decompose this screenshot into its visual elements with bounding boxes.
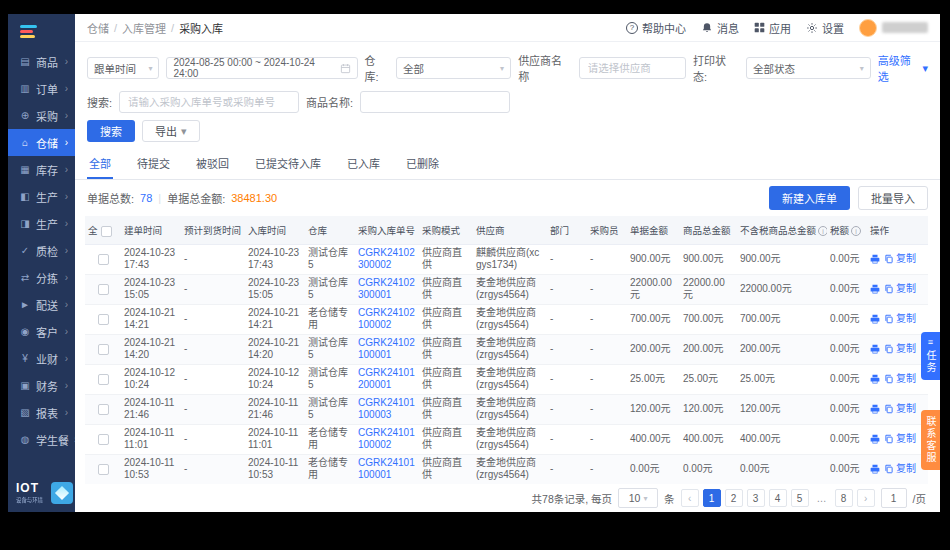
copy-button[interactable]: 复制 xyxy=(884,343,916,356)
supplier-input[interactable] xyxy=(586,61,679,75)
sidebar-item-purchase[interactable]: ⊕采购› xyxy=(8,102,75,129)
sidebar-item-inventory[interactable]: ▦库存› xyxy=(8,156,75,183)
sidebar-item-reports[interactable]: ▧报表› xyxy=(8,399,75,426)
cell-warehouse: 测试仓库5 xyxy=(305,334,355,364)
row-checkbox[interactable] xyxy=(98,464,109,475)
help-center-button[interactable]: ? 帮助中心 xyxy=(626,20,686,36)
page-button[interactable]: 5 xyxy=(791,489,809,507)
cell-actions: 复制 xyxy=(867,454,928,484)
page-button[interactable]: 4 xyxy=(769,489,787,507)
cell-actions: 复制 xyxy=(867,334,928,364)
cell-actions: 复制 xyxy=(867,304,928,334)
cell-buyer: - xyxy=(587,424,627,454)
cell-buyer: - xyxy=(587,244,627,274)
row-checkbox[interactable] xyxy=(98,434,109,445)
export-button[interactable]: 导出▾ xyxy=(142,120,200,142)
tab-2[interactable]: 被驳回 xyxy=(194,151,231,179)
copy-button[interactable]: 复制 xyxy=(884,373,916,386)
print-icon[interactable] xyxy=(870,284,880,294)
search-button[interactable]: 搜索 xyxy=(87,120,135,142)
warehouse-select[interactable]: 全部▾ xyxy=(396,57,511,79)
order-search-input[interactable] xyxy=(126,95,292,109)
page-button[interactable]: 1 xyxy=(703,489,721,507)
copy-button[interactable]: 复制 xyxy=(884,283,916,296)
tab-0[interactable]: 全部 xyxy=(87,151,113,179)
date-range-picker[interactable]: 2024-08-25 00:00 ~ 2024-10-24 24:00 xyxy=(166,57,357,79)
customer-service-float-button[interactable]: 联系客服 xyxy=(921,410,940,470)
row-checkbox[interactable] xyxy=(98,314,109,325)
new-inbound-button[interactable]: 新建入库单 xyxy=(769,186,850,210)
sidebar-item-sorting[interactable]: ⇄分拣› xyxy=(8,264,75,291)
page-button[interactable]: 8 xyxy=(835,489,853,507)
settings-button[interactable]: 设置 xyxy=(806,20,844,36)
column-header: 供应商 xyxy=(473,216,547,244)
page-size-select[interactable]: 10▾ xyxy=(618,488,658,508)
sidebar-item-production-1[interactable]: ◧生产› xyxy=(8,183,75,210)
order-number-link[interactable]: CGRK24101100001 xyxy=(358,457,415,481)
sidebar-item-finance[interactable]: ▣财务› xyxy=(8,372,75,399)
advanced-filter-link[interactable]: 高级筛选▾ xyxy=(878,52,928,84)
page-jump-input[interactable] xyxy=(881,488,907,508)
product-name-input[interactable] xyxy=(367,95,503,109)
page-button[interactable]: 2 xyxy=(725,489,743,507)
print-icon[interactable] xyxy=(870,434,880,444)
copy-button[interactable]: 复制 xyxy=(884,433,916,446)
order-number-link[interactable]: CGRK24102300002 xyxy=(358,247,415,271)
select-all-checkbox[interactable] xyxy=(101,226,112,237)
breadcrumb-item[interactable]: 入库管理 xyxy=(122,20,166,36)
page-button[interactable]: 3 xyxy=(747,489,765,507)
messages-button[interactable]: 消息 xyxy=(701,20,739,36)
copy-button[interactable]: 复制 xyxy=(884,403,916,416)
tab-4[interactable]: 已入库 xyxy=(345,151,382,179)
cell-notax-amount: 22000.00元 xyxy=(737,274,827,304)
copy-button[interactable]: 复制 xyxy=(884,463,916,476)
tab-3[interactable]: 已提交待入库 xyxy=(253,151,323,179)
select-all-label: 全 xyxy=(88,225,98,236)
copy-button[interactable]: 复制 xyxy=(884,253,916,266)
tab-1[interactable]: 待提交 xyxy=(135,151,172,179)
task-float-button[interactable]: ≡ 任务 xyxy=(921,332,940,380)
sidebar-item-customer[interactable]: ◉客户› xyxy=(8,318,75,345)
order-number-link[interactable]: CGRK24102300001 xyxy=(358,277,415,301)
tab-5[interactable]: 已删除 xyxy=(404,151,441,179)
sidebar-item-delivery[interactable]: ►配送› xyxy=(8,291,75,318)
table-row: 2024-10-23 17:43-2024-10-23 17:43测试仓库5CG… xyxy=(85,244,928,274)
sidebar-item-goods[interactable]: ▤商品› xyxy=(8,48,75,75)
sidebar-item-production-2[interactable]: ◨生产› xyxy=(8,210,75,237)
breadcrumb-item[interactable]: 仓储 xyxy=(87,20,109,36)
business-finance-icon: ¥ xyxy=(19,353,31,364)
row-checkbox[interactable] xyxy=(98,404,109,415)
chevron-right-icon: › xyxy=(65,191,68,202)
order-number-link[interactable]: CGRK24102100001 xyxy=(358,337,415,361)
row-checkbox[interactable] xyxy=(98,254,109,265)
print-icon[interactable] xyxy=(870,254,880,264)
order-number-link[interactable]: CGRK24101100003 xyxy=(358,397,415,421)
order-number-link[interactable]: CGRK24101100002 xyxy=(358,427,415,451)
sidebar-item-orders[interactable]: ▥订单› xyxy=(8,75,75,102)
follow-time-select[interactable]: 跟单时间▾ xyxy=(87,57,159,79)
apps-button[interactable]: 应用 xyxy=(754,20,791,36)
order-number-link[interactable]: CGRK24102100002 xyxy=(358,307,415,331)
print-icon[interactable] xyxy=(870,464,880,474)
row-checkbox[interactable] xyxy=(98,374,109,385)
print-status-select[interactable]: 全部状态▾ xyxy=(746,57,871,79)
print-icon[interactable] xyxy=(870,404,880,414)
pager-ellipsis[interactable]: … xyxy=(813,489,831,507)
row-select-cell xyxy=(85,334,121,364)
print-icon[interactable] xyxy=(870,374,880,384)
batch-import-button[interactable]: 批量导入 xyxy=(858,186,928,210)
print-icon[interactable] xyxy=(870,344,880,354)
username-blurred xyxy=(882,22,928,33)
next-page-button[interactable]: › xyxy=(857,489,875,507)
user-account[interactable] xyxy=(859,19,928,37)
sidebar-item-business-finance[interactable]: ¥业财› xyxy=(8,345,75,372)
copy-button[interactable]: 复制 xyxy=(884,313,916,326)
sidebar-item-quality[interactable]: ✓质检› xyxy=(8,237,75,264)
sidebar-item-student-meal[interactable]: ◍学生餐› xyxy=(8,426,75,453)
sidebar-item-warehouse[interactable]: ⌂仓储› xyxy=(8,129,75,156)
print-icon[interactable] xyxy=(870,314,880,324)
row-checkbox[interactable] xyxy=(98,284,109,295)
prev-page-button[interactable]: ‹ xyxy=(681,489,699,507)
order-number-link[interactable]: CGRK24101200001 xyxy=(358,367,415,391)
row-checkbox[interactable] xyxy=(98,344,109,355)
